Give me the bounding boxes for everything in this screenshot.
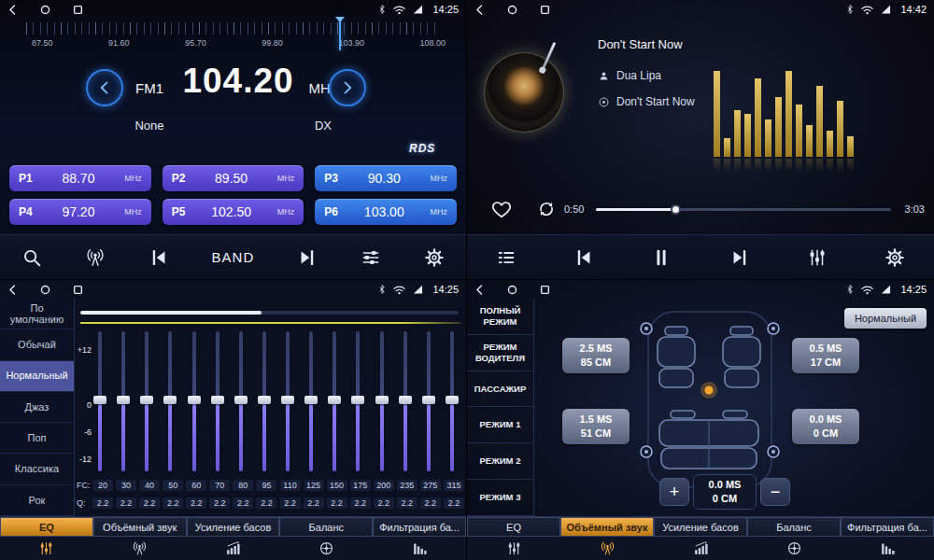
progress-knob[interactable]: [671, 204, 681, 215]
eq-slider-handle[interactable]: [234, 396, 248, 404]
mode-driver[interactable]: РЕЖИМ ВОДИТЕЛЯ: [467, 335, 533, 371]
eq-band-slider[interactable]: [328, 331, 341, 471]
settings-gear-icon[interactable]: [424, 247, 445, 268]
eq-slider-handle[interactable]: [188, 396, 201, 404]
profile-button[interactable]: Нормальный: [844, 308, 927, 329]
next-track-icon[interactable]: [729, 247, 750, 268]
eq-band-slider[interactable]: [351, 331, 364, 471]
band-button[interactable]: BAND: [212, 249, 255, 265]
eq-slider-handle[interactable]: [211, 396, 224, 404]
eq-band-slider[interactable]: [258, 331, 271, 471]
recents-icon[interactable]: [73, 5, 83, 15]
previous-track-icon[interactable]: [573, 247, 594, 268]
tab-balance[interactable]: Баланс: [279, 517, 373, 537]
mode-1[interactable]: РЕЖИМ 1: [467, 407, 533, 443]
home-icon[interactable]: [40, 285, 50, 295]
eq-slider-handle[interactable]: [93, 396, 106, 404]
eq-preset-item[interactable]: По умолчанию: [0, 299, 74, 329]
mode-passenger[interactable]: ПАССАЖИР: [467, 371, 533, 408]
tab-balance[interactable]: Баланс: [747, 517, 841, 537]
eq-slider-handle[interactable]: [304, 396, 318, 404]
tab-bass-boost[interactable]: Усиление басов: [187, 517, 280, 537]
eq-slider-handle[interactable]: [258, 396, 271, 404]
seek-next-icon[interactable]: [297, 247, 318, 268]
eq-slider-handle[interactable]: [140, 396, 153, 404]
eq-band-slider[interactable]: [163, 331, 177, 471]
tab-filter[interactable]: Фильтрация ба...: [841, 517, 934, 537]
eq-band-slider[interactable]: [446, 331, 459, 471]
eq-slider-handle[interactable]: [328, 396, 341, 404]
tune-up-button[interactable]: [329, 69, 366, 106]
eq-band-slider[interactable]: [140, 331, 153, 471]
equalizer-sliders-icon[interactable]: [807, 247, 828, 268]
eq-slider-handle[interactable]: [399, 396, 412, 404]
dx-mode-label[interactable]: DX: [295, 119, 351, 133]
eq-band-slider[interactable]: [211, 331, 224, 471]
eq-tab-icon-cell[interactable]: [467, 540, 560, 556]
delay-rear-right[interactable]: 0.0 MS 0 CM: [792, 409, 859, 444]
surround-tab-icon-cell[interactable]: [560, 540, 654, 556]
pause-icon[interactable]: [651, 247, 672, 268]
eq-slider-handle[interactable]: [375, 396, 389, 404]
delay-front-right[interactable]: 0.5 MS 17 CM: [792, 338, 859, 373]
surround-tab-icon-cell[interactable]: [93, 540, 187, 556]
radio-preset[interactable]: P1 88.70 MHz: [9, 165, 151, 191]
eq-band-slider[interactable]: [93, 331, 106, 471]
filter-tab-icon-cell[interactable]: [841, 540, 934, 556]
eq-preset-item[interactable]: Рок: [0, 485, 74, 516]
eq-scrollbar-thumb[interactable]: [80, 311, 262, 315]
tab-filter[interactable]: Фильтрация ба...: [373, 517, 466, 537]
home-icon[interactable]: [40, 5, 50, 15]
delay-front-left[interactable]: 2.5 MS 85 CM: [562, 338, 630, 373]
eq-band-slider[interactable]: [399, 331, 412, 471]
tab-surround[interactable]: Объёмный звук: [93, 517, 187, 537]
tab-eq[interactable]: EQ: [467, 517, 560, 537]
recents-icon[interactable]: [73, 285, 83, 295]
back-icon[interactable]: [474, 285, 485, 295]
balance-tab-icon-cell[interactable]: [747, 540, 841, 556]
bass-tab-icon-cell[interactable]: [654, 540, 747, 556]
seek-previous-icon[interactable]: [149, 247, 169, 268]
radio-preset[interactable]: P2 89.50 MHz: [163, 165, 304, 191]
filter-tab-icon-cell[interactable]: [373, 540, 466, 556]
delay-rear-left[interactable]: 1.5 MS 51 CM: [562, 409, 630, 444]
eq-preset-item-selected[interactable]: Нормальный: [0, 361, 74, 392]
eq-preset-item[interactable]: Классика: [0, 454, 74, 484]
eq-band-slider[interactable]: [304, 331, 318, 471]
eq-band-slider[interactable]: [117, 331, 130, 471]
tab-bass-boost[interactable]: Усиление басов: [654, 517, 747, 537]
radio-preset[interactable]: P4 97.20 MHz: [9, 199, 151, 225]
radio-preset[interactable]: P5 102.50 MHz: [163, 199, 304, 225]
settings-gear-icon[interactable]: [884, 247, 905, 268]
eq-slider-handle[interactable]: [351, 396, 364, 404]
eq-slider-handle[interactable]: [422, 396, 435, 404]
eq-slider-handle[interactable]: [281, 396, 294, 404]
eq-band-slider[interactable]: [375, 331, 389, 471]
progress-track[interactable]: [596, 208, 891, 211]
home-icon[interactable]: [507, 285, 517, 295]
delay-decrease-button[interactable]: −: [760, 478, 790, 506]
eq-preset-item[interactable]: Обычай: [0, 329, 74, 360]
bass-tab-icon-cell[interactable]: [187, 540, 280, 556]
back-icon[interactable]: [7, 5, 18, 15]
eq-tab-icon-cell[interactable]: [0, 540, 93, 556]
scan-search-icon[interactable]: [21, 247, 42, 268]
radio-preset[interactable]: P3 90.30 MHz: [315, 165, 457, 191]
recents-icon[interactable]: [540, 285, 550, 295]
delay-increase-button[interactable]: +: [659, 478, 689, 506]
broadcast-antenna-icon[interactable]: [85, 247, 106, 268]
tune-down-button[interactable]: [86, 69, 123, 106]
eq-band-slider[interactable]: [281, 331, 294, 471]
mode-2[interactable]: РЕЖИМ 2: [467, 443, 533, 480]
eq-band-slider[interactable]: [234, 331, 248, 471]
eq-preset-item[interactable]: Джаз: [0, 392, 74, 423]
eq-band-slider[interactable]: [422, 331, 435, 471]
eq-slider-handle[interactable]: [446, 396, 459, 404]
eq-slider-handle[interactable]: [163, 396, 177, 404]
repeat-icon[interactable]: [536, 199, 557, 219]
mode-full[interactable]: ПОЛНЫЙ РЕЖИМ: [467, 299, 533, 335]
eq-slider-handle[interactable]: [117, 396, 130, 404]
playlist-queue-icon[interactable]: [496, 247, 517, 268]
eq-band-slider[interactable]: [188, 331, 201, 471]
back-icon[interactable]: [474, 5, 485, 15]
